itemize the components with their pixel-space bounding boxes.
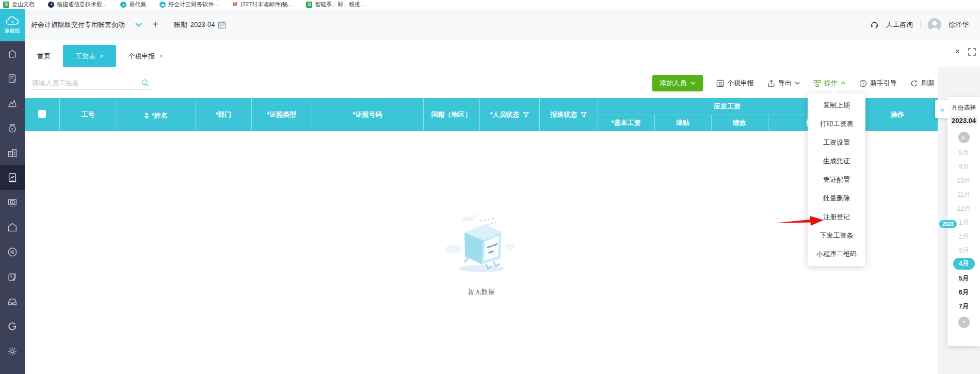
tax-doc-icon: 税 <box>716 80 724 87</box>
add-person-label: 添加人员 <box>660 79 686 88</box>
menu-item-copy-previous[interactable]: 复制上期 <box>808 96 865 115</box>
sidebar-item-home[interactable] <box>0 41 25 66</box>
col-header-actions: 操作 <box>857 98 938 131</box>
bookmark-item[interactable]: ◑畅捷通信息技术股... <box>48 1 107 8</box>
month-item-mar[interactable]: 3月 <box>947 244 980 258</box>
sidebar-item-funds[interactable]: ¥ <box>0 116 25 141</box>
sidebar-item-invoice[interactable]: ¥ <box>0 66 25 91</box>
red-annotation-arrow <box>773 213 825 228</box>
close-tab-icon[interactable]: × <box>100 52 104 60</box>
bookmark-label: 金山文档 <box>12 1 35 8</box>
menu-item-generate-voucher[interactable]: 生成凭证 <box>808 152 865 170</box>
payroll-table: 工号 *姓名 *部门 *证照类型 *证照号码 国籍（地区） *人员状态 报送状态… <box>25 98 938 132</box>
account-name: 好会计旗舰版交付专用账套勿动 <box>31 20 125 29</box>
sidebar-item-reports[interactable] <box>0 91 25 116</box>
month-item-dec[interactable]: 12月 <box>947 202 980 216</box>
tab-label: 个税申报 <box>128 52 155 61</box>
col-header-name[interactable]: *姓名 <box>117 98 196 131</box>
bookmark-item[interactable]: e易代账 <box>120 1 146 8</box>
month-item-jul[interactable]: 7月 <box>947 300 980 314</box>
bookmark-item[interactable]: S智能票、财、税推... <box>306 1 365 8</box>
col-header-department[interactable]: *部门 <box>196 98 251 131</box>
col-header-empno[interactable]: 工号 <box>59 98 117 131</box>
month-item-sep[interactable]: 9月 <box>947 160 980 174</box>
yidaizhang-icon: e <box>120 2 126 8</box>
month-item-apr-selected[interactable]: 4月 <box>947 258 980 272</box>
scroll-down-button[interactable]: » <box>958 317 970 328</box>
operations-button[interactable]: 操作 <box>813 79 846 88</box>
filter-icon[interactable] <box>523 112 529 118</box>
month-item-oct[interactable]: 10月 <box>947 174 980 188</box>
sidebar-item-payment[interactable]: ¥ <box>0 264 25 289</box>
refresh-button[interactable]: 刷新 <box>910 79 935 88</box>
bookmark-item[interactable]: S金山文档 <box>3 1 35 8</box>
period-label: 账期 <box>174 20 187 29</box>
no-data-robot-icon <box>440 211 523 278</box>
sidebar-item-assets[interactable] <box>0 141 25 165</box>
menu-item-miniprogram-qr[interactable]: 小程序二维码 <box>808 245 865 263</box>
select-all-cell <box>25 98 59 131</box>
col-header-allowance[interactable]: 津贴 <box>654 115 711 131</box>
gear-icon <box>7 346 18 357</box>
col-header-id-type[interactable]: *证照类型 <box>251 98 312 131</box>
month-item-aug[interactable]: 8月 <box>947 146 980 160</box>
search-icon[interactable] <box>141 79 150 87</box>
period-value[interactable]: 2023-04 <box>190 21 215 28</box>
menu-item-salary-settings[interactable]: 工资设置 <box>808 133 865 152</box>
sidebar-item-archive[interactable] <box>0 289 25 314</box>
menu-item-print-payroll[interactable]: 打印工资表 <box>808 115 865 133</box>
sidebar-item-salary[interactable] <box>0 165 25 190</box>
close-icon[interactable]: × <box>955 48 960 56</box>
g-badge-icon <box>7 321 18 332</box>
tax-declare-label: 个税申报 <box>727 79 754 88</box>
bookmark-item[interactable]: ☁好会计云财务软件... <box>159 1 218 8</box>
select-all-checkbox[interactable] <box>38 110 46 118</box>
month-item-nov[interactable]: 11月 <box>947 188 980 202</box>
close-tab-icon[interactable]: × <box>159 52 164 60</box>
empty-text: 暂无数据 <box>25 287 938 297</box>
col-header-id-number[interactable]: *证照号码 <box>312 98 423 131</box>
tab-payroll[interactable]: 工资表× <box>63 45 116 67</box>
avatar[interactable] <box>928 18 941 32</box>
menu-item-send-payslips[interactable]: 下发工资条 <box>808 226 865 245</box>
calendar-icon[interactable] <box>218 21 226 29</box>
tax-declare-button[interactable]: 税 个税申报 <box>716 79 754 88</box>
search-input[interactable] <box>32 79 130 87</box>
bookmark-item[interactable]: M(227封未读邮件)畅... <box>232 1 293 8</box>
app-logo[interactable]: 旗舰版 <box>0 9 25 41</box>
col-header-performance[interactable]: 绩效 <box>711 115 768 131</box>
col-header-report-status[interactable]: 报送状态 <box>539 98 598 131</box>
month-item-may[interactable]: 5月 <box>947 272 980 286</box>
sidebar-item-billing[interactable]: ¥ <box>0 190 25 215</box>
col-header-status[interactable]: *人员状态 <box>479 98 539 131</box>
tab-tax-declaration[interactable]: 个税申报× <box>116 45 176 67</box>
support-link[interactable]: 人工咨询 <box>886 20 913 29</box>
sidebar-item-bank[interactable] <box>0 215 25 240</box>
sidebar-item-service[interactable] <box>0 314 25 339</box>
tab-home[interactable]: 首页 <box>25 45 63 67</box>
svg-text:¥: ¥ <box>10 275 12 278</box>
add-account-button[interactable]: + <box>149 19 162 30</box>
add-person-button[interactable]: 添加人员 <box>652 75 703 91</box>
filter-icon[interactable] <box>581 112 587 118</box>
haokuaiji-cloud-icon: ☁ <box>159 2 166 8</box>
fullscreen-icon[interactable] <box>968 48 976 56</box>
export-icon <box>767 80 775 87</box>
menu-item-voucher-config[interactable]: 凭证配置 <box>808 170 865 189</box>
trend-chart-icon <box>7 98 18 109</box>
col-header-nationality[interactable]: 国籍（地区） <box>423 98 479 131</box>
account-selector[interactable]: 好会计旗舰版交付专用账套勿动 <box>31 20 142 29</box>
scroll-up-button[interactable]: » <box>958 132 970 143</box>
bookmark-label: 好会计云财务软件... <box>168 1 218 8</box>
month-item-feb[interactable]: 2月 <box>947 230 980 244</box>
sort-icon[interactable] <box>144 113 149 119</box>
menu-item-batch-delete[interactable]: 批量删除 <box>808 189 865 208</box>
month-item-jun[interactable]: 6月 <box>947 286 980 300</box>
sidebar-item-settings[interactable] <box>0 339 25 364</box>
col-header-base-salary[interactable]: *基本工资 <box>598 115 654 131</box>
guide-button[interactable]: ? 新手引导 <box>859 79 897 88</box>
export-button[interactable]: 导出 <box>767 79 800 88</box>
chevron-up-icon <box>841 82 846 85</box>
collapse-panel-button[interactable]: » <box>935 100 950 118</box>
sidebar-item-tax[interactable]: 税 <box>0 240 25 264</box>
